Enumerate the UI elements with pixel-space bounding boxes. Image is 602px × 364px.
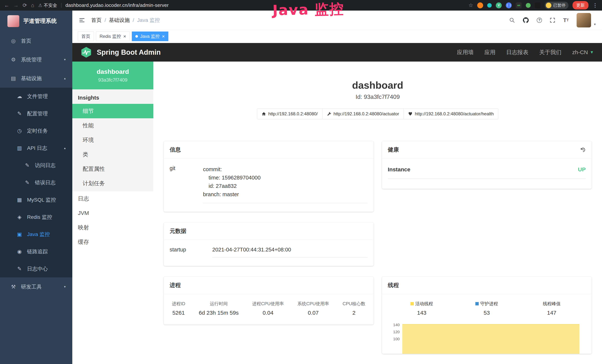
sba-menu-logging[interactable]: 日志 [72,191,153,206]
process-card-body: 进程ID 5261 运行时间 6d 23h 15m 59s 进程CPU使用率 0… [164,294,374,324]
chrome-update-button[interactable]: 更新 [572,1,589,10]
sba-menu-environment[interactable]: 环境 [72,133,153,147]
home-icon[interactable]: ⌂ [31,3,34,8]
metric-pid: 进程ID 5261 [172,301,185,316]
browser-menu-icon[interactable]: ⋮ [592,2,598,8]
bookmark-star-icon[interactable]: ☆ [469,3,473,8]
sba-nav-wall[interactable]: 应用墙 [457,49,473,56]
fullscreen-icon[interactable] [550,17,555,23]
sidebar-item-log-center[interactable]: ✎ 日志中心 [0,260,72,278]
tab-java-monitor[interactable]: Java 监控 × [132,32,168,41]
sba-menu-config-props[interactable]: 配置属性 [72,162,153,176]
avatar-caret-icon[interactable]: ▾ [594,22,596,26]
sidebar-item-mysql-monitor[interactable]: ▦ MySQL 监控 [0,191,72,208]
actuator-url-button[interactable]: http://192.168.0.2:48080/actuator [322,108,404,119]
sidebar-item-access-log[interactable]: ✎ 访问日志 [0,157,72,174]
breadcrumb-home[interactable]: 首页 [91,17,102,24]
breadcrumb-section[interactable]: 基础设施 [109,17,130,24]
extension-icon-teal[interactable] [487,3,492,8]
sba-nav-about[interactable]: 关于我们 [539,49,561,56]
sidebar-item-infra[interactable]: ▤ 基础设施 ▴ [0,69,72,88]
help-icon[interactable]: ? [537,18,542,23]
forward-icon[interactable]: → [13,3,19,8]
sba-brand-title[interactable]: Spring Boot Admin [97,48,161,56]
close-icon[interactable]: × [123,34,126,39]
sba-nav-applications[interactable]: 应用 [484,49,495,56]
wrench-icon [327,112,331,116]
threads-chart: 140 120 100 [389,322,584,354]
extension-icon-orange[interactable] [477,2,483,8]
health-card: 健康 Instance UP [382,141,592,189]
profile-avatar-emoji [546,3,551,8]
instance-links: http://192.168.0.2:48080/ http://192.168… [164,108,592,119]
browser-chrome: ← → ⟳ ⌂ ⚠ 不安全 dashboard.yudao.iocoder.cn… [0,0,602,11]
doc-icon: ✎ [24,162,30,168]
divider [61,3,61,8]
font-size-icon[interactable]: TT [563,17,569,23]
user-avatar[interactable] [577,13,591,27]
sba-menu-mappings[interactable]: 映射 [72,220,153,235]
health-row[interactable]: Instance UP [388,166,586,179]
search-icon[interactable] [509,17,515,23]
cards-grid: 信息 git commit: time: 1596289704000 id: 2… [164,141,592,354]
sidebar-item-config-manage[interactable]: ✎ 配置管理 [0,105,72,122]
threads-chart-y-axis: 140 120 100 [389,322,402,354]
git-branch-line: branch: master [203,190,368,199]
sidebar-item-dev-tools[interactable]: ⚒ 研发工具 ▾ [0,278,72,296]
switch-on-extension-icon[interactable]: on [516,2,522,8]
spring-boot-admin-logo[interactable] [80,47,92,58]
health-url-button[interactable]: http://192.168.0.2:48080/actuator/health [403,108,498,119]
github-icon[interactable] [523,17,529,23]
app-logo-row[interactable]: 芋道管理系统 [0,11,72,32]
sba-menu-caches[interactable]: 缓存 [72,235,153,249]
metadata-key: startup [170,247,212,257]
address-bar[interactable]: dashboard.yudao.iocoder.cn/infra/admin-s… [65,2,169,8]
git-commit-line: commit: [203,165,368,173]
hamburger-icon[interactable] [79,17,85,23]
sidebar-item-home[interactable]: ◎ 首页 [0,32,72,50]
clock-icon: ◷ [16,128,23,134]
threads-card-title: 线程 [382,277,592,294]
sidebar-item-system[interactable]: ⚙ 系统管理 ▾ [0,50,72,69]
navbar-actions: ? TT ▾ [509,13,596,27]
sidebar-item-error-log[interactable]: ✎ 错误日志 [0,174,72,191]
tab-redis-monitor[interactable]: Redis 监控 × [96,32,129,41]
service-url-button[interactable]: http://192.168.0.2:48080/ [257,108,322,119]
sidebar-item-tracing[interactable]: ◉ 链路追踪 [0,243,72,260]
log-icon: ▥ [16,145,23,151]
sba-menu-scheduled-tasks[interactable]: 计划任务 [72,176,153,191]
extension-icon-blue[interactable]: ⋮⋮ [506,2,512,8]
sba-nav-journal[interactable]: 日志报表 [506,49,528,56]
git-id-line: id: 27aa832 [203,182,368,190]
sidebar-item-file-manage[interactable]: ☁ 文件管理 [0,88,72,105]
security-indicator[interactable]: ⚠ 不安全 [38,2,57,8]
sba-menu-details[interactable]: 细节 [72,104,153,118]
history-icon[interactable] [580,147,586,153]
reload-icon[interactable]: ⟳ [23,3,27,8]
sidebar-item-scheduled-job[interactable]: ◷ 定时任务 [0,122,72,139]
link-label: http://192.168.0.2:48080/ [268,111,318,117]
profile-paused-badge[interactable]: 已暂停 [545,2,569,9]
home-icon [262,112,266,116]
log-center-icon: ✎ [16,266,23,272]
tools-icon: ⚒ [10,284,17,290]
metric-uptime: 运行时间 6d 23h 15m 59s [199,301,239,316]
sidebar-item-java-monitor[interactable]: ▣ Java 监控 [0,226,72,243]
link-label: http://192.168.0.2:48080/actuator [333,111,399,117]
sba-locale-select[interactable]: zh-CN ▼ [572,49,594,55]
extension-icon-green[interactable] [526,3,531,8]
sidebar-item-redis-monitor[interactable]: ◈ Redis 监控 [0,208,72,226]
dashboard-icon: ◎ [10,38,17,44]
instance-name: dashboard [97,68,129,75]
cloud-icon: ☁ [16,93,23,99]
close-icon[interactable]: × [162,34,165,39]
extension-icon-dark[interactable] [535,2,541,8]
tab-home[interactable]: 首页 [78,32,94,41]
sba-menu-classes[interactable]: 类 [72,147,153,162]
sba-menu-metrics[interactable]: 性能 [72,118,153,133]
sidebar-item-api-log[interactable]: ▥ API 日志 ▴ [0,139,72,157]
metadata-card-title: 元数据 [164,223,374,240]
back-icon[interactable]: ← [4,3,9,8]
vue-devtools-icon[interactable]: V [496,2,502,8]
sba-menu-jvm[interactable]: JVM [72,206,153,220]
